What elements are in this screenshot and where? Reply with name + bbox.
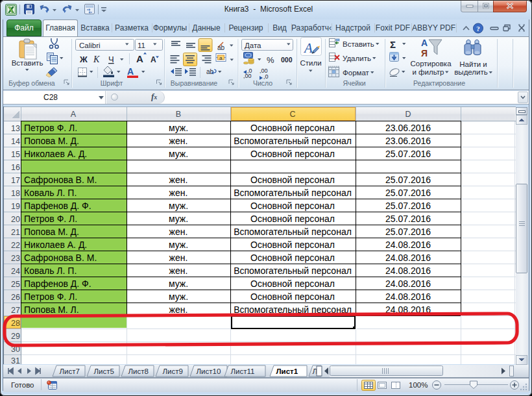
svg-text:Попова М. Д.: Попова М. Д. <box>24 136 79 146</box>
svg-text:Вставить: Вставить <box>12 59 43 67</box>
svg-text:a: a <box>219 55 223 61</box>
svg-text:Коваль Л. П.: Коваль Л. П. <box>24 266 77 276</box>
svg-text:Вспомогательный персонал: Вспомогательный персонал <box>234 188 352 198</box>
svg-text:25.07.2016: 25.07.2016 <box>385 214 431 224</box>
svg-text:Лист1: Лист1 <box>276 367 298 375</box>
svg-text:Коваль Л. П.: Коваль Л. П. <box>24 188 77 198</box>
svg-text:,00: ,00 <box>243 73 252 79</box>
svg-text:муж.: муж. <box>169 123 188 133</box>
svg-text:A: A <box>136 53 143 64</box>
svg-text:24.08.2016: 24.08.2016 <box>385 278 431 289</box>
svg-text:22: 22 <box>11 241 20 250</box>
svg-text:Основной персонал: Основной персонал <box>250 291 335 302</box>
svg-text:000: 000 <box>281 56 293 64</box>
svg-text:11: 11 <box>138 42 145 49</box>
svg-text:29: 29 <box>11 332 20 341</box>
svg-text:13: 13 <box>11 124 20 133</box>
svg-text:25.07.2016: 25.07.2016 <box>385 227 431 237</box>
svg-text:A: A <box>127 66 134 77</box>
svg-text:Буфер обмена: Буфер обмена <box>8 79 55 87</box>
svg-text:Лист8: Лист8 <box>128 367 149 375</box>
svg-text:Вспомогательный персонал: Вспомогательный персонал <box>234 304 352 315</box>
svg-text:Лист11: Лист11 <box>231 367 255 375</box>
svg-text:20: 20 <box>11 215 20 224</box>
svg-text:Я: Я <box>421 48 428 58</box>
svg-text:25.07.2016: 25.07.2016 <box>385 175 431 185</box>
svg-text:Calibri: Calibri <box>79 42 101 49</box>
svg-text:Вспомогательный персонал: Вспомогательный персонал <box>234 266 352 276</box>
svg-text:Парфенов Д. Ф.: Парфенов Д. Ф. <box>24 201 91 211</box>
svg-text:Парфенов Д. Ф.: Парфенов Д. Ф. <box>24 278 91 289</box>
svg-text:?: ? <box>476 25 480 32</box>
svg-text:Основной персонал: Основной персонал <box>250 214 335 224</box>
svg-text:23.06.2016: 23.06.2016 <box>385 123 431 133</box>
svg-text:муж.: муж. <box>169 201 188 211</box>
svg-text:Формат: Формат <box>343 69 370 77</box>
svg-text:Редактирование: Редактирование <box>413 79 465 87</box>
svg-text:Выравнивание: Выравнивание <box>171 79 217 87</box>
svg-text:Основной персонал: Основной персонал <box>250 175 335 185</box>
svg-text:Основной персонал: Основной персонал <box>250 240 335 250</box>
svg-text:A: A <box>71 110 77 119</box>
svg-text:жен.: жен. <box>169 227 188 237</box>
svg-text:муж.: муж. <box>169 214 188 224</box>
svg-text:27: 27 <box>11 306 20 315</box>
svg-text:23: 23 <box>11 254 20 263</box>
svg-text:24.08.2016: 24.08.2016 <box>385 304 431 315</box>
svg-text:30: 30 <box>11 345 20 354</box>
svg-text:Основной персонал: Основной персонал <box>250 278 335 289</box>
svg-text:Попова М. Д.: Попова М. Д. <box>24 227 79 237</box>
svg-text:100%: 100% <box>409 381 428 389</box>
svg-text:Вспомогательный персонал: Вспомогательный персонал <box>234 136 352 146</box>
svg-text:муж.: муж. <box>169 291 188 302</box>
svg-text:Попова М. Л.: Попова М. Л. <box>24 304 79 315</box>
svg-text:18: 18 <box>11 189 20 198</box>
svg-text:Петров Ф. Л.: Петров Ф. Л. <box>24 214 77 224</box>
svg-text:жен.: жен. <box>169 304 188 315</box>
svg-text:24.08.2016: 24.08.2016 <box>385 240 431 250</box>
svg-text:15: 15 <box>11 150 20 159</box>
svg-text:Число: Число <box>253 79 272 87</box>
svg-text:Основной персонал: Основной персонал <box>250 149 335 159</box>
svg-text:Дата: Дата <box>245 42 261 49</box>
svg-text:Основной персонал: Основной персонал <box>250 123 335 133</box>
svg-text:Удалить: Удалить <box>343 55 371 62</box>
svg-text:B: B <box>176 110 181 119</box>
svg-text:D: D <box>405 110 411 119</box>
svg-text:24.08.2016: 24.08.2016 <box>385 266 431 276</box>
svg-text:19: 19 <box>11 202 20 211</box>
svg-text:21: 21 <box>11 228 20 237</box>
svg-text:Ячейки: Ячейки <box>343 79 365 87</box>
svg-text:31: 31 <box>11 356 20 364</box>
svg-text:муж.: муж. <box>169 149 188 159</box>
svg-text:и фильтр: и фильтр <box>413 68 444 76</box>
svg-text:К: К <box>93 55 100 64</box>
svg-text:Стили: Стили <box>300 59 321 67</box>
svg-text:Петров Ф. Л.: Петров Ф. Л. <box>24 123 77 133</box>
svg-text:Лист5: Лист5 <box>94 367 114 375</box>
svg-text:Николаев А. Д.: Николаев А. Д. <box>24 240 87 250</box>
svg-text:выделить: выделить <box>454 68 488 76</box>
svg-text:Ж: Ж <box>79 55 88 64</box>
svg-text:муж.: муж. <box>169 240 188 250</box>
svg-text:25.07.2016: 25.07.2016 <box>385 149 431 159</box>
svg-text:жен.: жен. <box>169 175 188 185</box>
svg-text:14: 14 <box>11 137 20 146</box>
svg-text:25.07.2016: 25.07.2016 <box>385 188 431 198</box>
svg-text:24.08.2016: 24.08.2016 <box>385 253 431 263</box>
svg-text:Лист9: Лист9 <box>163 367 183 375</box>
svg-text:Лист10: Лист10 <box>197 367 221 375</box>
svg-text:Основной персонал: Основной персонал <box>250 253 335 263</box>
svg-text:28: 28 <box>11 319 20 328</box>
svg-text:Σ: Σ <box>390 39 396 50</box>
svg-text:Сафронова В. М.: Сафронова В. М. <box>24 253 97 263</box>
svg-text:Вспомогательный персонал: Вспомогательный персонал <box>234 227 352 237</box>
svg-text:Лист7: Лист7 <box>60 367 80 375</box>
svg-text:ab: ab <box>217 44 225 51</box>
svg-text:Готово: Готово <box>11 381 34 389</box>
svg-text:Сафронова В. М.: Сафронова В. М. <box>24 175 97 185</box>
svg-text:жен.: жен. <box>169 266 188 276</box>
svg-text:%: % <box>267 55 274 65</box>
svg-text:25: 25 <box>11 280 20 289</box>
svg-text:муж.: муж. <box>169 278 188 289</box>
